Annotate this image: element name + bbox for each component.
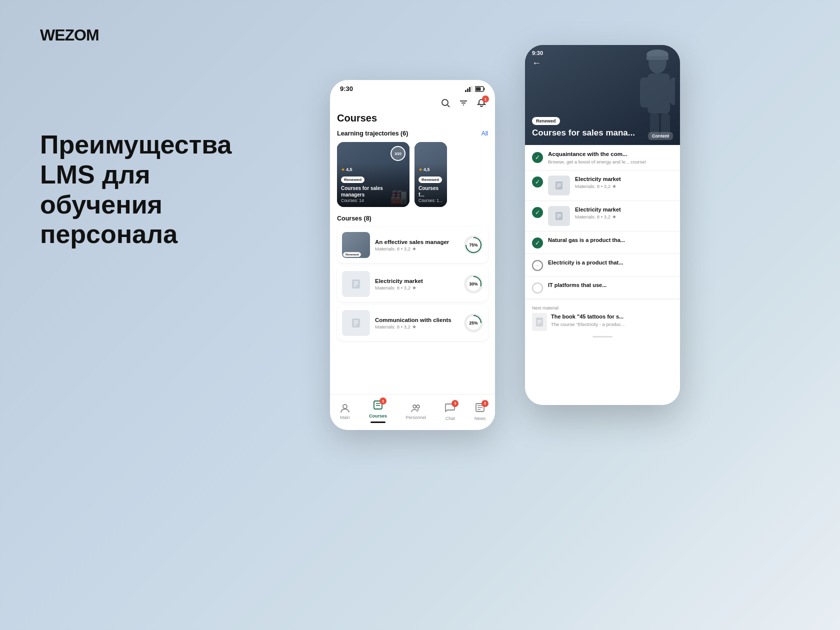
course-info-0: An effective sales manager Materials: 8 … — [375, 239, 459, 252]
phone1-status-icons — [465, 86, 485, 92]
card-courses-1: Courses: 14 — [341, 198, 406, 203]
learning-all-link[interactable]: All — [482, 130, 488, 137]
detail-item-meta-1: Materials: 8 • 3,2 ★ — [575, 184, 673, 189]
detail-item-meta-2: Materials: 8 • 3,2 ★ — [575, 214, 673, 220]
doc-thumb-icon — [554, 181, 564, 190]
nav-main[interactable]: Main — [340, 403, 350, 420]
filter-button[interactable] — [458, 98, 469, 108]
phone2-renewed-badge: Renewed — [532, 117, 560, 125]
content-tab[interactable]: Content — [648, 132, 673, 140]
learning-section-header: Learning trajectories (6) All — [337, 130, 488, 137]
phone1-statusbar: 9:30 — [330, 80, 495, 94]
course-meta-0: Materials: 8 • 3,2 ★ — [375, 246, 459, 252]
course-thumb-1 — [342, 271, 370, 297]
nav-news-label: News — [474, 416, 486, 421]
check-circle-3: ✓ — [532, 238, 543, 248]
card-title-1: Courses for sales managers — [341, 185, 406, 198]
phone2-body: ✓ Acquaintance with the com... Browse, g… — [525, 145, 680, 405]
detail-header-item: ✓ Acquaintance with the com... Browse, g… — [525, 145, 680, 170]
svg-point-7 — [442, 100, 448, 106]
course-meta-2: Materials: 8 • 3,2 ★ — [375, 324, 459, 330]
nav-news[interactable]: 3 News — [474, 402, 486, 421]
svg-rect-2 — [469, 87, 470, 92]
detail-item-content-1: Electricity market Materials: 8 • 3,2 ★ — [575, 176, 673, 188]
nav-personnel[interactable]: Personnel — [406, 403, 426, 420]
detail-item-name-3: Natural gas is a product tha... — [548, 236, 673, 244]
doc-icon-2 — [350, 318, 362, 328]
detail-item-2[interactable]: ✓ Electricity market Materials: 8 • 3,2 … — [525, 201, 680, 232]
detail-item-content-2: Electricity market Materials: 8 • 3,2 ★ — [575, 206, 673, 219]
svg-rect-6 — [476, 87, 481, 90]
card-badge-2: Renewed — [418, 176, 442, 183]
bottom-nav: Main 3 Courses Personnel — [330, 394, 495, 430]
svg-rect-31 — [648, 74, 670, 114]
course-name-2: Communication with clients — [375, 317, 459, 323]
phone2-hero-overlay: Renewed Courses for sales mana... Conten… — [525, 108, 680, 145]
star-icon-2: ★ — [418, 167, 422, 172]
course-item-2[interactable]: Communication with clients Materials: 8 … — [337, 305, 488, 341]
courses-list: Renewed An effective sales manager Mater… — [337, 227, 488, 341]
svg-rect-37 — [646, 56, 668, 60]
next-material-content: The book "45 tattoos for s... The course… — [532, 313, 673, 331]
notification-badge: 1 — [482, 96, 489, 102]
card-title-2: Courses f... — [418, 185, 443, 198]
course-thumb-2 — [342, 310, 370, 336]
detail-item-name-1: Electricity market — [575, 176, 673, 182]
course-name-1: Electricity market — [375, 278, 459, 284]
next-material-text: The book "45 tattoos for s... The course… — [551, 313, 625, 326]
detail-header-sub: Browse, get a boost of energy and le... … — [548, 158, 646, 165]
nav-main-label: Main — [340, 415, 350, 420]
person-icon — [340, 403, 350, 414]
course-item-1[interactable]: Electricity market Materials: 8 • 3,2 ★ … — [337, 266, 488, 302]
courses-nav-badge: 3 — [380, 398, 386, 404]
people-icon — [410, 403, 422, 414]
nav-chat-label: Chat — [446, 416, 455, 421]
nav-personnel-label: Personnel — [406, 415, 426, 420]
detail-item-3[interactable]: ✓ Natural gas is a product tha... — [525, 232, 680, 254]
notification-button[interactable]: 1 — [476, 98, 487, 108]
check-circle-2: ✓ — [532, 207, 543, 218]
nav-chat[interactable]: 3 Chat — [444, 402, 456, 421]
detail-header-content: Acquaintance with the com... Browse, get… — [548, 151, 646, 165]
pdf-icon — [536, 317, 544, 327]
courses-section-label: Courses (8) — [337, 215, 372, 222]
next-material-title: The book "45 tattoos for s... — [551, 313, 625, 320]
detail-item-name-5: IT platforms that use... — [548, 282, 673, 288]
trajectory-card-2[interactable]: ★ 4,5 Renewed Courses f... Courses: 1... — [414, 142, 447, 207]
check-circle-1: ✓ — [532, 176, 543, 188]
next-material-icon — [532, 313, 547, 331]
bottom-handle — [592, 336, 612, 338]
phone2-time: 9:30 — [532, 50, 543, 56]
card-rating-1: ★ 4,5 — [341, 167, 406, 172]
phone2-device: 9:30 ← Renewed Courses for sales mana...… — [525, 45, 680, 405]
battery-icon — [475, 86, 485, 92]
course-item-0[interactable]: Renewed An effective sales manager Mater… — [337, 227, 488, 263]
svg-rect-32 — [640, 78, 650, 108]
svg-rect-5 — [484, 88, 485, 90]
svg-point-24 — [413, 405, 416, 408]
detail-item-4[interactable]: ··· Electricity is a product that... — [525, 254, 680, 276]
course-progress-0: 75% — [464, 236, 483, 254]
phone2-back-button[interactable]: ← — [532, 58, 541, 68]
detail-item-content-3: Natural gas is a product tha... — [548, 236, 673, 244]
card-rating-2: ★ 4,5 — [418, 167, 443, 172]
page-headline: Преимущества LMS для обучения персонала — [40, 130, 290, 250]
search-button[interactable] — [440, 98, 451, 108]
detail-thumb-1 — [548, 176, 570, 196]
detail-item-5[interactable]: IT platforms that use... — [525, 276, 680, 299]
course-name-0: An effective sales manager — [375, 239, 459, 245]
nav-active-indicator — [370, 422, 386, 423]
nav-courses-label: Courses — [369, 414, 387, 418]
phone1-content: Courses Learning trajectories (6) All 3/… — [330, 112, 495, 394]
trajectory-card-1[interactable]: 3/20 ★ 4,5 Renewed Courses for sales man… — [337, 142, 410, 207]
detail-item-1[interactable]: ✓ Electricity market Materials: 8 • 3,2 … — [525, 170, 680, 201]
news-nav-badge: 3 — [482, 400, 488, 407]
nav-courses[interactable]: 3 Courses — [369, 400, 387, 423]
detail-item-content-5: IT platforms that use... — [548, 282, 673, 288]
wezoom-logo: WEZOM — [40, 26, 99, 44]
star-icon: ★ — [341, 167, 345, 172]
svg-point-25 — [416, 405, 420, 408]
next-material-section: Next material The book "45 tattoos for s… — [525, 299, 680, 344]
headline-line1: Преимущества LMS для — [40, 130, 232, 189]
learning-section-label: Learning trajectories (6) — [337, 130, 408, 137]
